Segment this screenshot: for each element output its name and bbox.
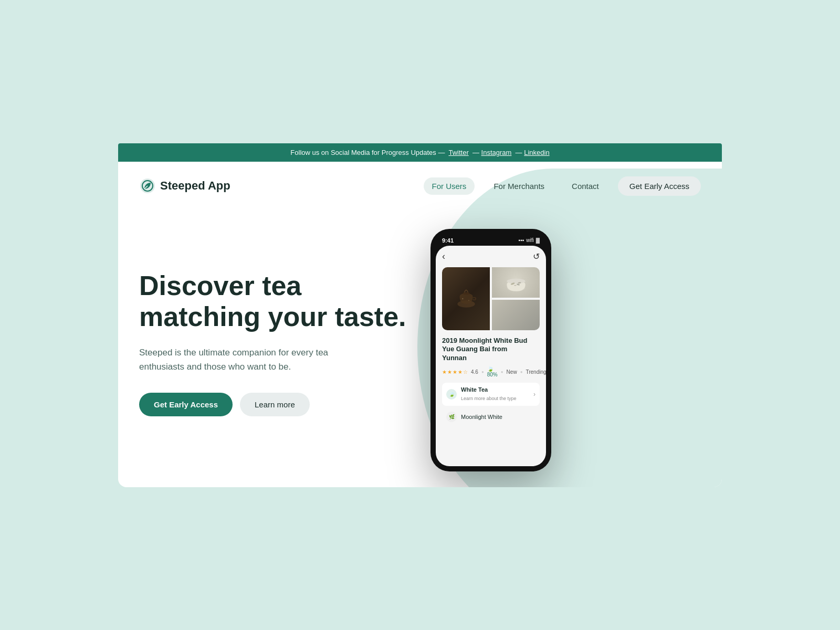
star-3: ★ [453, 369, 457, 375]
top-banner: Follow us on Social Media for Progress U… [118, 143, 722, 162]
nav-cta-button[interactable]: Get Early Access [618, 176, 701, 196]
freshness-tag: 🍃 80% [487, 366, 498, 377]
linkedin-link[interactable]: Linkedin [524, 149, 549, 156]
phone-mockup: 9:41 ▪▪▪ wifi ▓ ‹ ↺ [430, 229, 551, 471]
leaf-icon [139, 177, 156, 194]
svg-point-8 [507, 278, 525, 284]
tea-variety-icon: 🌿 [446, 412, 457, 422]
tea-type-row[interactable]: 🍃 White Tea Learn more about the type › [442, 383, 540, 406]
main-card: Steeped App For Users For Merchants Cont… [118, 162, 722, 487]
phone-time: 9:41 [442, 237, 454, 244]
tea-variety-name: Moonlight White [461, 414, 502, 420]
nav-contact[interactable]: Contact [563, 177, 607, 195]
hero-right: 9:41 ▪▪▪ wifi ▓ ‹ ↺ [412, 211, 570, 466]
nav-for-merchants[interactable]: For Merchants [485, 177, 553, 195]
rating-separator-2: ● [501, 370, 503, 374]
tea-image-grid [442, 267, 540, 330]
rating-separator-3: ● [520, 370, 523, 374]
star-2: ★ [447, 369, 452, 375]
hero-subtext: Steeped is the ultimate companion for ev… [139, 345, 339, 374]
hero-left: Discover teamatching your taste. Steeped… [139, 211, 412, 466]
screen-top-bar: ‹ ↺ [442, 251, 540, 262]
svg-point-4 [463, 292, 469, 295]
signal-icon: ▪▪▪ [519, 237, 524, 243]
svg-point-5 [462, 298, 464, 299]
trending-tag: Trending [526, 369, 546, 375]
phone-icons: ▪▪▪ wifi ▓ [519, 237, 540, 243]
back-icon[interactable]: ‹ [442, 251, 445, 262]
rating-number: 4.6 [471, 369, 478, 375]
tea-pot-icon [453, 286, 479, 312]
phone-screen: ‹ ↺ [436, 246, 546, 466]
star-5: ☆ [463, 369, 468, 375]
twitter-link[interactable]: Twitter [448, 149, 468, 156]
chevron-right-icon: › [533, 391, 536, 398]
phone-status-bar: 9:41 ▪▪▪ wifi ▓ [436, 234, 546, 246]
tea-bottom-right-image [492, 300, 540, 330]
star-4: ★ [458, 369, 463, 375]
new-tag: New [507, 369, 517, 375]
tea-main-image [442, 267, 490, 330]
tea-type-info: White Tea Learn more about the type [461, 386, 517, 402]
nav-links: For Users For Merchants Contact Get Earl… [424, 176, 701, 196]
get-early-access-button[interactable]: Get Early Access [139, 393, 233, 416]
refresh-icon[interactable]: ↺ [533, 251, 540, 261]
rating-separator-1: ● [481, 370, 484, 374]
instagram-link[interactable]: Instagram [481, 149, 512, 156]
tea-type-icon: 🍃 [446, 389, 457, 400]
hero-buttons: Get Early Access Learn more [139, 393, 412, 416]
tea-type-left: 🍃 White Tea Learn more about the type [446, 386, 517, 402]
tea-bowl-icon [503, 272, 529, 293]
battery-icon: ▓ [536, 237, 540, 243]
hero-section: Discover teamatching your taste. Steeped… [118, 211, 722, 487]
nav-for-users[interactable]: For Users [424, 177, 475, 195]
ratings-row: ★ ★ ★ ★ ☆ 4.6 ● 🍃 80% ● New [442, 366, 540, 377]
navbar: Steeped App For Users For Merchants Cont… [118, 162, 722, 211]
star-1: ★ [442, 369, 447, 375]
learn-more-button[interactable]: Learn more [240, 393, 310, 416]
tea-variety-row: 🌿 Moonlight White [442, 409, 540, 425]
star-rating: ★ ★ ★ ★ ☆ [442, 369, 468, 375]
svg-point-6 [468, 300, 469, 301]
tea-type-subtitle: Learn more about the type [461, 396, 517, 401]
tea-type-name: White Tea [461, 386, 517, 393]
logo-area: Steeped App [139, 177, 424, 194]
banner-text: Follow us on Social Media for Progress U… [290, 149, 445, 156]
hero-heading: Discover teamatching your taste. [139, 270, 412, 333]
logo-text: Steeped App [160, 179, 230, 193]
tea-title: 2019 Moonlight White BudYue Guang Bai fr… [442, 337, 540, 363]
phone-screen-inner: ‹ ↺ [436, 246, 546, 430]
tea-top-right-image [492, 267, 540, 298]
wifi-icon: wifi [526, 237, 533, 243]
